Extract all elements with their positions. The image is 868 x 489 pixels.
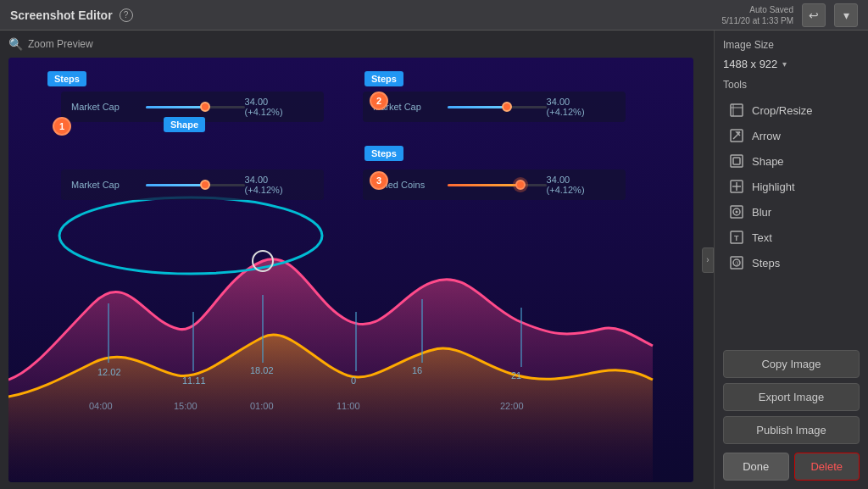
app-title: Screenshot Editor [10,8,113,22]
tool-steps[interactable]: ① Steps [723,250,860,275]
tool-steps-label: Steps [752,257,780,270]
svg-rect-26 [733,158,740,164]
tool-highlight-label: Highlight [752,181,795,193]
done-button[interactable]: Done [723,453,789,481]
svg-text:21: 21 [511,370,521,381]
crop-resize-icon [728,102,745,119]
main-area: 🔍 Zoom Preview [0,31,868,489]
tools-label: Tools [723,79,860,91]
copy-image-button[interactable]: Copy Image [723,350,860,378]
slider-value-2: 34.00 (+4.12%) [547,97,609,117]
slider-label-1: Market Cap [71,102,139,112]
tool-shape-label: Shape [752,155,784,168]
svg-point-32 [736,211,738,214]
zoom-label: Zoom Preview [28,38,93,50]
shape-badge[interactable]: Shape [164,117,205,132]
zoom-bar: 🔍 Zoom Preview [8,37,693,51]
svg-text:11:00: 11:00 [337,401,360,411]
left-panel: 🔍 Zoom Preview [0,31,702,489]
slider-row-3[interactable]: Market Cap 34.00 (+4.12%) [61,169,324,200]
steps-badge-1[interactable]: Steps [47,71,86,86]
slider-value-3: 34.00 (+4.12%) [245,175,307,195]
autosaved-text: Auto Saved 5/11/20 at 1:33 PM [721,4,793,26]
tool-crop-resize-label: Crop/Resize [752,104,813,117]
header: Screenshot Editor ? Auto Saved 5/11/20 a… [0,0,868,31]
delete-button[interactable]: Delete [794,453,860,481]
publish-image-button[interactable]: Publish Image [723,416,860,444]
svg-text:01:00: 01:00 [250,401,274,411]
svg-line-24 [733,132,740,139]
zoom-icon: 🔍 [8,37,23,51]
svg-rect-20 [731,104,743,116]
steps-icon: ① [728,254,745,271]
slider-track-1[interactable] [146,106,245,108]
highlight-icon [728,178,745,195]
shape-icon [728,153,745,169]
bottom-buttons: Done Delete [723,453,860,481]
action-buttons: Copy Image Export Image Publish Image [723,350,860,444]
svg-text:T: T [734,234,739,242]
tool-blur-label: Blur [752,206,771,219]
image-size-dropdown-icon[interactable]: ▾ [782,59,787,69]
step-circle-1: 1 [53,117,71,136]
more-button[interactable]: ▾ [834,3,858,27]
header-right: Auto Saved 5/11/20 at 1:33 PM ↩ ▾ [721,3,858,27]
canvas-area[interactable]: 12.02 11.11 18.02 0 16 21 04:00 15:00 01… [8,58,693,482]
tool-arrow[interactable]: Arrow [723,123,860,148]
tool-highlight[interactable]: Highlight [723,174,860,199]
svg-text:18.02: 18.02 [250,365,274,375]
svg-text:12.02: 12.02 [97,367,121,377]
tools-section: Crop/Resize Arrow [723,97,860,342]
svg-text:①: ① [735,260,740,266]
steps-badge-3[interactable]: Steps [364,146,403,161]
slider-track-2[interactable] [448,106,547,108]
export-image-button[interactable]: Export Image [723,383,860,411]
svg-text:15:00: 15:00 [174,401,198,411]
help-icon[interactable]: ? [120,8,133,22]
slider-value-4: 34.00 (+4.12%) [547,175,609,195]
svg-text:22:00: 22:00 [500,401,524,411]
svg-text:0: 0 [351,375,356,386]
slider-track-3[interactable] [146,184,245,186]
svg-text:04:00: 04:00 [89,401,113,411]
right-panel: Image Size 1488 x 922 ▾ Tools Crop/Resiz… [714,31,868,489]
slider-thumb-1[interactable] [200,102,210,112]
tool-arrow-label: Arrow [752,130,781,142]
tool-shape[interactable]: Shape [723,148,860,174]
slider-label-3: Market Cap [71,180,139,190]
slider-row-4[interactable]: Mined Coins 34.00 (+4.12%) [363,169,626,200]
expand-arrow[interactable]: › [702,247,714,273]
svg-text:16: 16 [412,365,422,375]
tool-text[interactable]: T Text [723,225,860,250]
steps-badge-2[interactable]: Steps [364,71,403,86]
text-icon: T [728,229,745,246]
header-left: Screenshot Editor ? [10,8,133,22]
image-size-row[interactable]: 1488 x 922 ▾ [723,58,860,70]
svg-text:11.11: 11.11 [182,375,206,386]
slider-thumb-4[interactable] [515,180,526,190]
slider-thumb-2[interactable] [502,102,512,112]
step-circle-2: 2 [370,92,388,110]
tool-blur[interactable]: Blur [723,199,860,225]
tool-text-label: Text [752,231,772,244]
arrow-icon [728,127,745,144]
slider-track-4[interactable] [448,184,547,186]
blur-icon [728,203,745,220]
undo-button[interactable]: ↩ [802,3,826,27]
slider-row-2[interactable]: Market Cap 34.00 (+4.12%) [363,92,626,122]
image-size-value: 1488 x 922 [723,58,777,70]
image-size-label: Image Size [723,39,860,51]
slider-thumb-3[interactable] [200,180,210,190]
tool-crop-resize[interactable]: Crop/Resize [723,97,860,123]
svg-rect-25 [731,155,743,167]
step-circle-3: 3 [370,171,388,190]
slider-value-1: 34.00 (+4.12%) [245,97,307,117]
